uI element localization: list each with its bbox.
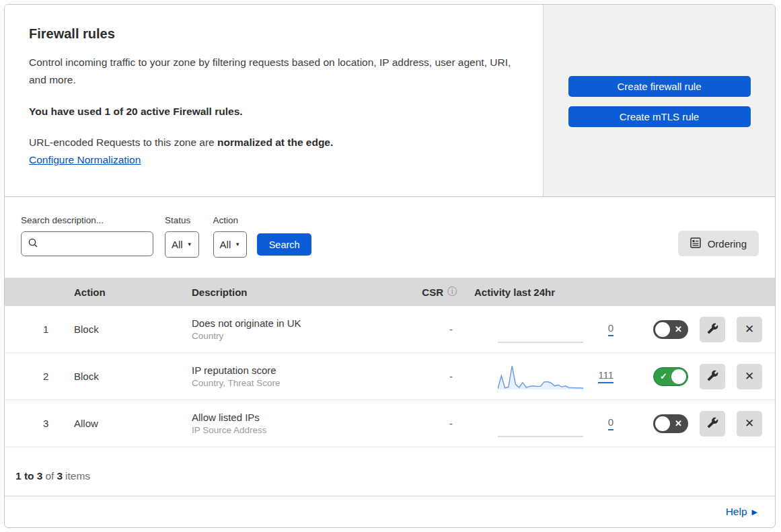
chevron-down-icon: ▼: [235, 241, 240, 248]
rule-fields: Country, Threat Score: [192, 378, 402, 388]
usage-summary: You have used 1 of 20 active Firewall ru…: [29, 106, 516, 118]
page-title: Firewall rules: [29, 26, 516, 42]
action-dropdown[interactable]: All ▼: [213, 231, 248, 258]
rule-description: IP reputation score: [192, 365, 402, 376]
rule-action: Block: [69, 324, 186, 335]
close-icon: ✕: [745, 416, 754, 430]
action-dropdown-value: All: [220, 239, 231, 250]
info-icon[interactable]: ⓘ: [447, 286, 457, 298]
edit-rule-button[interactable]: [700, 364, 725, 389]
toggle-knob: [655, 322, 670, 337]
rule-action: Allow: [69, 418, 186, 429]
cross-icon: ✕: [675, 419, 682, 428]
activity-sparkline: [498, 362, 583, 391]
rule-csr-value: -: [449, 418, 469, 429]
activity-count-link[interactable]: 0: [608, 416, 613, 430]
search-box[interactable]: [21, 231, 153, 256]
rule-fields: Country: [192, 331, 402, 341]
table-row[interactable]: 3 Allow Allow listed IPs IP Source Addre…: [5, 400, 775, 447]
ordering-button[interactable]: Ordering: [678, 231, 759, 256]
activity-sparkline: [498, 409, 583, 439]
rule-enabled-toggle[interactable]: ✓ ✕: [653, 367, 688, 386]
normalization-note: URL-encoded Requests to this zone are no…: [29, 137, 516, 149]
rule-enabled-toggle[interactable]: ✓ ✕: [653, 414, 688, 433]
column-csr: CSR ⓘ: [422, 286, 469, 298]
delete-rule-button[interactable]: ✕: [737, 317, 762, 342]
check-icon: ✓: [660, 372, 667, 381]
rule-priority: 1: [5, 324, 69, 335]
rule-fields: IP Source Address: [192, 425, 402, 435]
action-filter-group: Action All ▼: [213, 215, 248, 258]
rule-priority: 3: [5, 418, 69, 429]
table-row[interactable]: 2 Block IP reputation score Country, Thr…: [5, 353, 775, 400]
chevron-down-icon: ▼: [187, 241, 192, 248]
table-row[interactable]: 1 Block Does not originate in UK Country…: [5, 306, 775, 353]
actions-panel: Create firewall rule Create mTLS rule: [543, 5, 775, 196]
column-action: Action: [69, 287, 186, 298]
page-description: Control incoming traffic to your zone by…: [29, 54, 513, 89]
edit-rule-button[interactable]: [700, 411, 725, 436]
search-input[interactable]: [43, 239, 165, 250]
toggle-knob: [655, 416, 670, 431]
search-label: Search description...: [21, 215, 153, 227]
activity-count-link[interactable]: 0: [608, 322, 613, 336]
create-firewall-rule-button[interactable]: Create firewall rule: [568, 76, 751, 97]
search-group: Search description...: [21, 215, 153, 256]
rule-description: Allow listed IPs: [192, 412, 402, 423]
help-bar: Help ▶: [5, 496, 775, 527]
delete-rule-button[interactable]: ✕: [737, 364, 762, 389]
items-total: 3: [57, 470, 63, 482]
table-pagination: 1 to 3 of 3 items: [5, 447, 775, 496]
help-link[interactable]: Help ▶: [726, 506, 757, 518]
status-label: Status: [165, 215, 199, 227]
status-filter-group: Status All ▼: [165, 215, 199, 258]
column-description: Description: [186, 287, 402, 298]
rule-priority: 2: [5, 371, 69, 382]
action-label: Action: [213, 215, 248, 227]
status-dropdown-value: All: [172, 239, 183, 250]
search-button[interactable]: Search: [257, 233, 311, 256]
activity-count-link[interactable]: 111: [598, 369, 613, 383]
firewall-rules-card: Firewall rules Control incoming traffic …: [4, 4, 776, 528]
toggle-knob: [671, 369, 686, 384]
rule-enabled-toggle[interactable]: ✓ ✕: [653, 320, 688, 339]
rule-csr-value: -: [449, 324, 469, 335]
overview-section: Firewall rules Control incoming traffic …: [5, 5, 775, 197]
create-mtls-rule-button[interactable]: Create mTLS rule: [568, 106, 751, 127]
close-icon: ✕: [745, 369, 754, 383]
close-icon: ✕: [745, 322, 754, 336]
edit-rule-button[interactable]: [700, 317, 725, 342]
rule-description: Does not originate in UK: [192, 317, 402, 329]
filter-bar: Search description... Status All ▼ Actio…: [5, 197, 775, 278]
overview-text-panel: Firewall rules Control incoming traffic …: [5, 5, 543, 196]
ordering-list-icon: [690, 237, 701, 250]
column-activity: Activity last 24hr: [469, 287, 624, 298]
table-header: Action Description CSR ⓘ Activity last 2…: [5, 278, 775, 306]
wrench-icon: [707, 323, 718, 336]
configure-normalization-link[interactable]: Configure Normalization: [29, 154, 141, 165]
search-icon: [28, 238, 38, 250]
delete-rule-button[interactable]: ✕: [737, 411, 762, 436]
items-range: 1 to 3: [15, 470, 42, 482]
rule-action: Block: [69, 371, 186, 382]
status-dropdown[interactable]: All ▼: [165, 231, 199, 258]
rule-csr-value: -: [449, 371, 469, 382]
activity-sparkline: [498, 315, 583, 344]
chevron-right-icon: ▶: [752, 508, 757, 517]
ordering-button-label: Ordering: [708, 238, 747, 250]
cross-icon: ✕: [675, 325, 682, 334]
wrench-icon: [707, 370, 718, 383]
wrench-icon: [707, 417, 718, 430]
